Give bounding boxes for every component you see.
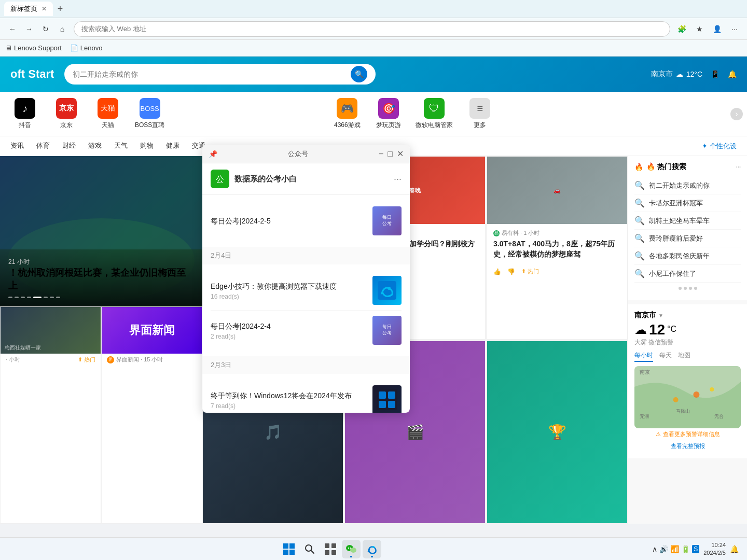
- cloud-weather-icon: ☁: [634, 323, 647, 337]
- msn-search-btn[interactable]: 🔍: [351, 66, 367, 82]
- weather-main: ☁ 12 °C: [634, 322, 741, 337]
- search-taskbar-btn[interactable]: [300, 540, 319, 558]
- tab-sports[interactable]: 体育: [36, 137, 50, 156]
- article-item-4[interactable]: 终于等到你！Windows12将会在2024年发布 7 read(s) W: [211, 380, 402, 413]
- svg-rect-29: [325, 550, 329, 555]
- tab-health[interactable]: 健康: [166, 137, 179, 156]
- bookmark-lenovo-support[interactable]: 🖥 Lenovo Support: [5, 44, 62, 52]
- tmall-label: 天猫: [102, 121, 114, 130]
- quick-link-dream[interactable]: 🎯 梦玩页游: [374, 98, 403, 130]
- more-icon: ≡: [469, 98, 490, 119]
- hot-item-2[interactable]: 🔍 卡塔尔亚洲杯冠军: [634, 194, 741, 212]
- maximize-btn[interactable]: □: [388, 150, 393, 158]
- notification-btn[interactable]: 🔔: [730, 545, 739, 553]
- quick-link-jd[interactable]: 京东 京东: [52, 98, 81, 130]
- boss-label: BOSS直聘: [135, 121, 164, 130]
- browser-toolbar: ← → ↻ ⌂ 🧩 ★ 👤 ···: [0, 18, 747, 40]
- clock[interactable]: 10:24 2024/2/5: [703, 541, 726, 556]
- card3-source: 易 易有料 · 1 小时: [493, 229, 621, 237]
- hot-item-3[interactable]: 🔍 凯特王妃坐马车晕车: [634, 212, 741, 230]
- phone-icon[interactable]: 📱: [711, 70, 720, 78]
- tab-daily[interactable]: 每天: [659, 351, 672, 362]
- popup-menu-icon[interactable]: ···: [394, 174, 402, 185]
- wechat-taskbar-btn[interactable]: [342, 540, 361, 558]
- quick-link-tiktok[interactable]: ♪ 抖音: [10, 98, 39, 130]
- minimize-btn[interactable]: −: [379, 150, 383, 158]
- hot-item-5[interactable]: 🔍 各地多彩民俗庆新年: [634, 247, 741, 265]
- news-small-card-1[interactable]: 梅西社媒晒一家 · 小时 ⬆ 热门: [0, 306, 101, 524]
- bookmark-lenovo[interactable]: 📄 Lenovo: [70, 44, 103, 52]
- hot-item-6[interactable]: 🔍 小尼工作保住了: [634, 265, 741, 283]
- weather-tabs: 每小时 每天 地图: [634, 351, 741, 362]
- quick-link-4366[interactable]: 🎮 4366游戏: [333, 98, 362, 130]
- hot-text-4: 费玲胖瘦前后爱好: [649, 234, 703, 243]
- article-item-1[interactable]: 每日公考|2024-2-5 每日公考: [211, 201, 402, 241]
- settings-btn[interactable]: ···: [727, 22, 742, 36]
- home-btn[interactable]: ⌂: [55, 22, 70, 36]
- task-view-btn[interactable]: [321, 540, 340, 558]
- news-small-card-2[interactable]: 界面新闻 界 界面新闻 · 15 小时: [101, 306, 202, 524]
- battery-icon[interactable]: 🔋: [681, 545, 690, 553]
- svg-rect-28: [331, 543, 336, 548]
- quick-link-more[interactable]: ≡ 更多: [465, 98, 494, 130]
- msn-search-input[interactable]: [73, 70, 347, 78]
- back-btn[interactable]: ←: [5, 22, 20, 36]
- svg-point-6: [710, 387, 714, 391]
- address-input[interactable]: [74, 21, 670, 37]
- svg-rect-19: [388, 401, 395, 408]
- weather-temp: 12°C: [686, 70, 702, 78]
- date-sep-feb3: 2月3日: [202, 356, 410, 374]
- hot-item-1[interactable]: 🔍 初二开始走亲戚的你: [634, 177, 741, 194]
- speaker-icon[interactable]: 🔊: [659, 545, 668, 553]
- article-thumb-2: [372, 276, 402, 305]
- article-reads-3: 2 read(s): [211, 333, 366, 340]
- browser-tab[interactable]: 新标签页 ✕: [4, 2, 53, 16]
- tab-add-btn[interactable]: +: [53, 2, 67, 16]
- news-card-6[interactable]: 🏆: [487, 341, 628, 524]
- carousel-right-btn[interactable]: ›: [730, 108, 743, 120]
- small-card-1-hot-tag: ⬆ 热门: [78, 356, 95, 363]
- hot-item-4[interactable]: 🔍 费玲胖瘦前后爱好: [634, 230, 741, 247]
- quick-link-boss[interactable]: BOSS BOSS直聘: [135, 98, 164, 130]
- tab-map[interactable]: 地图: [678, 351, 690, 362]
- extensions-btn[interactable]: 🧩: [674, 22, 689, 36]
- svg-rect-22: [289, 543, 295, 549]
- tab-close-icon[interactable]: ✕: [42, 5, 47, 12]
- svg-text:公: 公: [216, 175, 224, 184]
- article-item-3[interactable]: 每日公考|2024-2-4 2 read(s) 每日公考: [211, 311, 402, 350]
- popup-pin-icon[interactable]: 📌: [209, 150, 217, 158]
- tab-news[interactable]: 资讯: [10, 137, 24, 156]
- article-info-1: 每日公考|2024-2-5: [211, 216, 366, 227]
- news-hero[interactable]: 21 小时 ！杭州取消阿根廷比赛，某企业仍旧梅西至上: [0, 156, 202, 306]
- weather-warning-link[interactable]: ⚠ 查看更多预警详细信息: [634, 428, 741, 440]
- 4366-label: 4366游戏: [334, 121, 361, 130]
- news-card-3[interactable]: 🚗 易 易有料 · 1 小时 3.0T+8AT，400马力，8座，超75年历史，…: [487, 156, 628, 340]
- weather-forecast-link[interactable]: 查看完整预报: [634, 440, 741, 452]
- personalize-btn[interactable]: ✦ 个性化设: [702, 142, 737, 151]
- input-method-icon[interactable]: S: [692, 545, 699, 553]
- card3-footer: 👍 👎 ⬆ 热门: [487, 264, 627, 278]
- article-item-2[interactable]: Edge小技巧：教你提高浏览器下载速度 16 read(s): [211, 271, 402, 311]
- quick-link-tmall[interactable]: 天猫 天猫: [93, 98, 122, 130]
- chevron-down-icon: ▼: [658, 313, 663, 318]
- chevron-up-icon[interactable]: ∧: [652, 545, 657, 553]
- close-btn[interactable]: ✕: [397, 150, 404, 158]
- tab-finance[interactable]: 财经: [62, 137, 76, 156]
- tab-shopping[interactable]: 购物: [140, 137, 154, 156]
- account-btn[interactable]: 👤: [710, 22, 724, 36]
- date-display: 2024/2/5: [703, 549, 726, 556]
- forward-btn[interactable]: →: [22, 22, 36, 36]
- quick-link-wechat-mgr[interactable]: 🛡 微软电脑管家: [416, 98, 453, 130]
- article-latest: 每日公考|2024-2-5 每日公考: [202, 195, 410, 247]
- tab-hourly[interactable]: 每小时: [634, 351, 653, 362]
- start-btn[interactable]: [280, 540, 298, 558]
- network-icon[interactable]: 📶: [670, 545, 679, 553]
- article-title-3: 每日公考|2024-2-4: [211, 321, 366, 332]
- refresh-btn[interactable]: ↻: [38, 22, 53, 36]
- collections-btn[interactable]: ★: [692, 22, 707, 36]
- tab-games[interactable]: 游戏: [88, 137, 102, 156]
- tab-weather[interactable]: 天气: [114, 137, 128, 156]
- edge-taskbar-btn[interactable]: [363, 540, 381, 558]
- article-thumb-3: 每日公考: [372, 316, 402, 345]
- bell-icon[interactable]: 🔔: [728, 70, 737, 78]
